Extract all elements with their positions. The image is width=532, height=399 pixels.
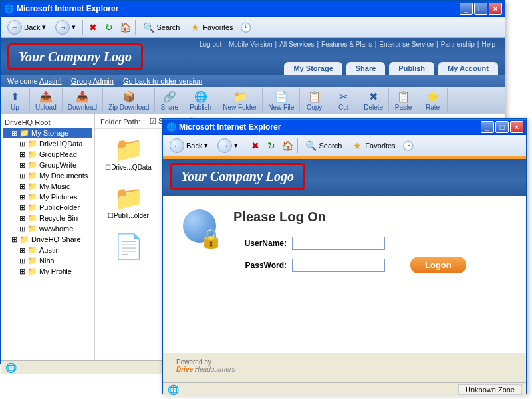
titlebar[interactable]: 🌐 Microsoft Internet Explorer _ □ ×: [163, 119, 526, 135]
home-icon[interactable]: 🏠: [281, 140, 293, 152]
folder-item[interactable]: 📁 ☐Publi...older: [102, 184, 155, 219]
tree-item[interactable]: ⊞📁GroupWrite: [3, 160, 92, 170]
folder-item[interactable]: 📁 ☐Drive...QData: [102, 136, 155, 171]
stop-icon[interactable]: ✖: [249, 140, 261, 152]
header-tab[interactable]: My Storage: [284, 62, 342, 75]
star-icon: ★: [189, 21, 201, 33]
action-copy[interactable]: 📋Copy: [300, 88, 329, 112]
file-item[interactable]: 📄: [102, 233, 155, 261]
close-button[interactable]: ×: [510, 121, 523, 133]
tree-item[interactable]: ⊞📁My Profile: [3, 266, 92, 277]
tree-item[interactable]: ⊞📁My Documents: [3, 170, 92, 181]
tree-item[interactable]: ⊞📁Recycle Bin: [3, 213, 92, 223]
action-up[interactable]: ⬆Up: [1, 88, 30, 112]
header-link[interactable]: Features & Plans: [319, 41, 375, 48]
powered-by: Powered by Drive Headquarters: [163, 353, 526, 382]
action-share[interactable]: 🔗Share: [155, 88, 184, 112]
company-logo: Your Company Logo: [19, 49, 132, 65]
forward-button[interactable]: →▾: [53, 19, 78, 36]
folder-icon: 📁: [114, 184, 144, 212]
history-icon[interactable]: 🕑: [402, 140, 414, 152]
tree-item[interactable]: ⊞📁wwwhome: [3, 223, 92, 234]
forward-button[interactable]: →▾: [215, 137, 241, 154]
header-tab[interactable]: Share: [346, 62, 386, 75]
action-publish[interactable]: 🌐Publish: [184, 88, 217, 112]
minimize-button[interactable]: _: [481, 121, 494, 133]
favorites-button[interactable]: ★Favorites: [186, 20, 235, 35]
refresh-icon[interactable]: ↻: [265, 140, 277, 152]
tree-item[interactable]: ⊞📁DriveHQ Share: [3, 234, 92, 245]
tree-item[interactable]: ⊞📁My Music: [3, 181, 92, 192]
action-icon: 📤: [39, 90, 53, 103]
action-upload[interactable]: 📤Upload: [30, 88, 63, 112]
folder-icon: 📁: [27, 267, 37, 276]
tree-item[interactable]: ⊞📁Austin: [3, 245, 92, 255]
action-delete[interactable]: ✖Delete: [358, 88, 389, 112]
logo-highlight-box: Your Company Logo: [170, 163, 305, 190]
header-tab[interactable]: My Account: [438, 62, 498, 75]
action-rate[interactable]: ⭐Rate: [418, 88, 448, 112]
ie-status-icon: 🌐: [5, 362, 17, 374]
brand-hq: Headquarters: [193, 366, 235, 373]
titlebar[interactable]: 🌐 Microsoft Internet Explorer _ □ ×: [1, 1, 505, 17]
file-icon: 📄: [114, 233, 144, 261]
logon-button[interactable]: Logon: [410, 257, 466, 273]
group-admin-link[interactable]: Group Admin: [71, 77, 114, 85]
header-tab[interactable]: Publish: [389, 62, 434, 75]
maximize-button[interactable]: □: [495, 121, 509, 133]
refresh-icon[interactable]: ↻: [103, 21, 115, 33]
tree-root[interactable]: DriveHQ Root: [3, 117, 92, 128]
header-link[interactable]: Help: [479, 41, 498, 48]
action-toolbar: ⬆Up📤Upload📥Download📦Zip Download🔗Share🌐P…: [1, 87, 505, 114]
user-link[interactable]: Austin!: [39, 77, 62, 85]
action-download[interactable]: 📥Download: [63, 88, 103, 112]
action-icon: 📋: [308, 90, 321, 103]
maximize-button[interactable]: □: [474, 3, 487, 15]
action-zip-download[interactable]: 📦Zip Download: [103, 88, 155, 112]
username-row: UserName:: [233, 237, 506, 250]
header-link[interactable]: Log out: [197, 41, 224, 48]
username-input[interactable]: [292, 237, 385, 250]
tree-item[interactable]: ⊞📁DriveHQData: [3, 138, 92, 149]
tree-item[interactable]: ⊞📁Niha: [3, 255, 92, 266]
action-icon: ✂: [337, 90, 350, 103]
back-button[interactable]: ←Back▾: [5, 19, 49, 36]
search-button[interactable]: 🔍Search: [302, 138, 344, 153]
tree-item[interactable]: ⊞📁PublicFolder: [3, 202, 92, 213]
company-header: Your Company Logo Log out|Mobile Version…: [1, 38, 505, 75]
header-link[interactable]: All Services: [277, 41, 317, 48]
folder-icon: 📁: [27, 150, 37, 159]
tree-item[interactable]: ⊞📁My Pictures: [3, 192, 92, 202]
minimize-button[interactable]: _: [460, 3, 473, 15]
close-button[interactable]: ×: [489, 3, 502, 15]
older-version-link[interactable]: Go back to older version: [123, 77, 202, 85]
tree-item[interactable]: ⊞📁My Storage: [3, 128, 92, 138]
action-cut[interactable]: ✂Cut: [329, 88, 358, 112]
ie-icon: 🌐: [166, 122, 176, 132]
zone-indicator: Unknown Zone: [458, 384, 522, 395]
stop-icon[interactable]: ✖: [87, 21, 99, 33]
header-link[interactable]: Enterprise Service: [376, 41, 436, 48]
search-button[interactable]: 🔍Search: [140, 20, 182, 35]
password-input[interactable]: [292, 259, 385, 272]
folder-icon: 📁: [27, 192, 37, 201]
action-icon: ⭐: [426, 90, 440, 103]
login-window: 🌐 Microsoft Internet Explorer _ □ × ←Bac…: [162, 118, 527, 394]
home-icon[interactable]: 🏠: [119, 21, 131, 33]
separator: [297, 138, 298, 153]
action-new-folder[interactable]: 📁New Folder: [217, 88, 263, 112]
action-new-file[interactable]: 📄New File: [263, 88, 300, 112]
ie-icon: 🌐: [3, 3, 14, 14]
tree-item[interactable]: ⊞📁GroupRead: [3, 149, 92, 160]
action-icon: ✖: [367, 90, 380, 103]
arrow-right-icon: →: [217, 138, 232, 153]
arrow-left-icon: ←: [7, 20, 22, 35]
history-icon[interactable]: 🕑: [240, 21, 252, 33]
lock-icon: 🔒: [200, 227, 223, 249]
header-link[interactable]: Mobile Version: [226, 41, 275, 48]
action-paste[interactable]: 📋Paste: [389, 88, 418, 112]
logo-highlight-box: Your Company Logo: [7, 43, 143, 70]
back-button[interactable]: ←Back▾: [167, 137, 211, 154]
header-link[interactable]: Partnership: [438, 41, 477, 48]
favorites-button[interactable]: ★Favorites: [348, 138, 398, 153]
